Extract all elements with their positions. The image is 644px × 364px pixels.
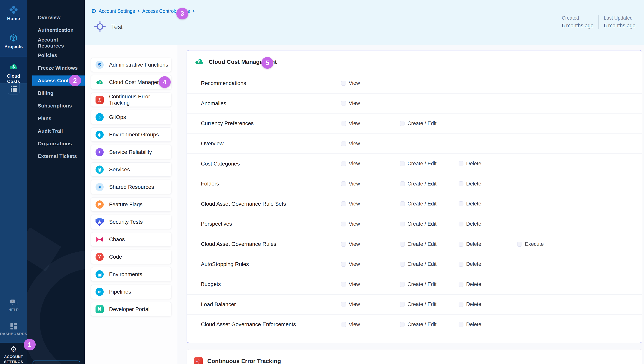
currency-preferences-create-edit-checkbox[interactable]: [400, 121, 405, 126]
permission-label: View: [349, 321, 360, 327]
nav-item-label: Policies: [38, 52, 57, 58]
permission-label: View: [349, 141, 360, 147]
nav-item-subscriptions[interactable]: Subscriptions: [27, 100, 85, 112]
breadcrumb-link-account-settings[interactable]: Account Settings: [98, 8, 135, 14]
continuous-error-tracking-panel: ◎ Continuous Error Tracking: [186, 349, 642, 364]
primary-sidebar: Home Projects Cloud Costs: [0, 0, 27, 364]
services-icon: ◉: [96, 165, 104, 174]
cloud-asset-governance-rule-sets-create-edit-checkbox[interactable]: [400, 202, 405, 206]
budgets-view-checkbox[interactable]: [341, 282, 346, 287]
module-item-environment-groups[interactable]: ◈ Environment Groups: [91, 127, 172, 142]
module-item-environments[interactable]: ▣ Environments: [91, 267, 172, 281]
annotation-badge-4: 4: [159, 76, 171, 88]
budgets-delete-checkbox[interactable]: [458, 282, 464, 287]
cloud-asset-governance-rule-sets-view-checkbox[interactable]: [341, 202, 346, 206]
anomalies-view-checkbox[interactable]: [341, 101, 346, 106]
nav-item-billing[interactable]: Billing: [27, 87, 85, 100]
module-picker-button[interactable]: [8, 83, 20, 94]
load-balancer-delete-checkbox[interactable]: [458, 302, 464, 307]
annotation-badge-3: 3: [176, 8, 188, 20]
resource-label: Cloud Asset Governance Rules: [201, 241, 341, 247]
nav-item-overview[interactable]: Overview: [27, 11, 85, 24]
cloud-asset-governance-rule-sets-delete-checkbox[interactable]: [458, 202, 464, 206]
recommendations-view-checkbox[interactable]: [341, 81, 346, 86]
module-item-security-tests[interactable]: ◉ Security Tests: [91, 215, 172, 229]
nav-item-organizations[interactable]: Organizations: [27, 137, 85, 150]
secondary-nav-bottom-button[interactable]: [32, 360, 80, 364]
module-item-feature-flags[interactable]: ⚑ Feature Flags: [91, 197, 172, 212]
autostopping-rules-create-edit-checkbox[interactable]: [400, 262, 405, 267]
permission-row-overview: Overview View: [187, 133, 642, 154]
overview-view-checkbox[interactable]: [341, 141, 346, 146]
created-value: 6 months ago: [562, 23, 594, 29]
nav-item-external-tickets[interactable]: External Tickets: [27, 150, 85, 162]
module-item-label: Services: [109, 166, 130, 173]
sidebar-item-account-settings[interactable]: ⚙ ACCOUNT SETTINGS: [0, 345, 27, 364]
nav-item-audit-trail[interactable]: Audit Trail: [27, 125, 85, 137]
folders-delete-checkbox[interactable]: [458, 181, 464, 186]
perspectives-view-checkbox[interactable]: [341, 222, 346, 226]
cloud-asset-governance-rules-view-checkbox[interactable]: [341, 242, 346, 247]
sidebar-item-home[interactable]: Home: [0, 6, 27, 21]
cloud-asset-governance-enforcements-delete-checkbox[interactable]: [458, 322, 464, 327]
module-item-administrative-functions[interactable]: ⚙ Administrative Functions: [91, 58, 172, 72]
module-item-gitops[interactable]: ◔ GitOps: [91, 110, 172, 124]
module-item-label: Service Reliability: [109, 149, 152, 155]
nav-item-account-resources[interactable]: Account Resources: [27, 37, 85, 49]
module-item-shared-resources[interactable]: ◈ Shared Resources: [91, 180, 172, 194]
module-item-service-reliability[interactable]: ◐ Service Reliability: [91, 145, 172, 159]
sidebar-item-home-label: Home: [0, 16, 27, 21]
autostopping-rules-view-checkbox[interactable]: [341, 262, 346, 267]
module-item-continuous-error-tracking[interactable]: ◎ Continuous Error Tracking: [91, 93, 172, 107]
cost-categories-delete-checkbox[interactable]: [458, 161, 464, 166]
perspectives-delete-checkbox[interactable]: [458, 222, 464, 226]
environment-groups-icon: ◈: [96, 131, 104, 139]
sidebar-item-cloud-costs[interactable]: Cloud Costs: [0, 62, 27, 84]
cloud-asset-governance-enforcements-create-edit-checkbox[interactable]: [400, 322, 405, 327]
folders-create-edit-checkbox[interactable]: [400, 181, 405, 186]
resource-label: Perspectives: [201, 221, 341, 227]
developer-portal-icon: ⌘: [96, 305, 104, 313]
last-updated-label: Last Updated: [604, 15, 636, 21]
autostopping-rules-delete-checkbox[interactable]: [458, 262, 464, 267]
permission-cell-create-edit: Create / Edit: [400, 221, 458, 227]
annotation-badge-2: 2: [69, 75, 81, 86]
cloud-asset-governance-enforcements-view-checkbox[interactable]: [341, 322, 346, 327]
permission-cell-delete: Delete: [458, 281, 517, 287]
sidebar-item-account-settings-label: ACCOUNT SETTINGS: [0, 354, 27, 364]
permission-label: Delete: [466, 321, 481, 327]
sidebar-item-projects[interactable]: Projects: [0, 33, 27, 49]
module-item-developer-portal[interactable]: ⌘ Developer Portal: [91, 302, 172, 316]
gitops-icon: ◔: [96, 113, 104, 121]
nav-item-freeze-windows[interactable]: Freeze Windows: [27, 62, 85, 74]
sidebar-item-help[interactable]: ? HELP: [0, 299, 27, 312]
budgets-create-edit-checkbox[interactable]: [400, 282, 405, 287]
module-item-pipelines[interactable]: ∞ Pipelines: [91, 285, 172, 299]
nav-item-policies[interactable]: Policies: [27, 49, 85, 62]
nav-item-plans[interactable]: Plans: [27, 112, 85, 125]
folders-view-checkbox[interactable]: [341, 181, 346, 186]
cloud-asset-governance-rules-execute-checkbox[interactable]: [517, 242, 522, 247]
nav-item-label: Plans: [38, 115, 51, 121]
module-item-services[interactable]: ◉ Services: [91, 162, 172, 176]
load-balancer-create-edit-checkbox[interactable]: [400, 302, 405, 307]
role-target-icon: [94, 21, 106, 33]
currency-preferences-view-checkbox[interactable]: [341, 121, 346, 126]
cloud-asset-governance-rules-delete-checkbox[interactable]: [458, 242, 464, 247]
resource-label: Budgets: [201, 281, 341, 287]
load-balancer-view-checkbox[interactable]: [341, 302, 346, 307]
nav-item-authentication[interactable]: Authentication: [27, 24, 85, 37]
module-item-chaos[interactable]: Chaos: [91, 232, 172, 246]
module-list: ⚙ Administrative Functions Cloud Cost Ma…: [85, 45, 177, 364]
module-item-code[interactable]: Y Code: [91, 250, 172, 264]
cloud-asset-governance-rules-create-edit-checkbox[interactable]: [400, 242, 405, 247]
permission-label: Delete: [466, 281, 481, 287]
cost-categories-view-checkbox[interactable]: [341, 161, 346, 166]
permission-label: View: [349, 120, 360, 126]
cost-categories-create-edit-checkbox[interactable]: [400, 161, 405, 166]
permission-row-currency-preferences: Currency Preferences ViewCreate / Edit: [187, 113, 642, 133]
account-settings-gear-icon[interactable]: ⚙: [91, 8, 96, 14]
perspectives-create-edit-checkbox[interactable]: [400, 222, 405, 226]
sidebar-item-dashboards[interactable]: DASHBOARDS: [0, 322, 27, 336]
dashboards-grid-icon: [0, 322, 27, 330]
